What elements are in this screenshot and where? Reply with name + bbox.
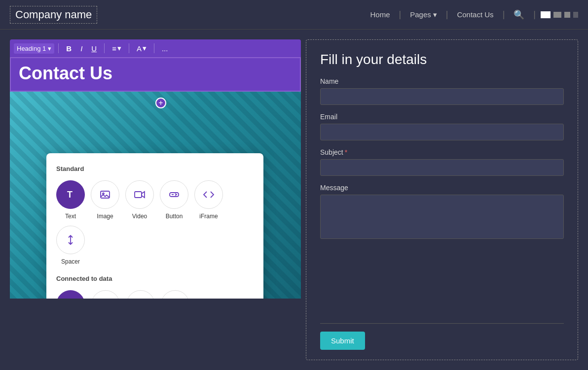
subject-field: Subject* — [320, 148, 564, 176]
pick-multistep-item[interactable]: Multistep form — [91, 290, 120, 299]
color-label: A — [137, 44, 142, 53]
color-arrow: ▾ — [143, 44, 147, 53]
pick-iframe-label: iFrame — [199, 213, 218, 220]
toolbar-sep-2 — [104, 43, 105, 53]
name-label: Name — [320, 77, 564, 85]
block-picker-popup: Standard T Text — [46, 153, 263, 299]
image-area: Standard T Text — [10, 92, 301, 299]
heading-text: Contact Us — [19, 63, 112, 83]
submit-button[interactable]: Submit — [320, 332, 365, 350]
pick-powerbi-icon — [161, 290, 189, 299]
nav-contact[interactable]: Contact Us — [448, 10, 502, 19]
editor-panel: Heading 1 ▾ B I U ≡ ▾ A ▾ ... Contact Us — [10, 39, 301, 360]
name-input[interactable] — [320, 88, 564, 105]
view-mobile-icon[interactable] — [564, 12, 570, 18]
pick-multistep-icon — [91, 290, 120, 299]
view-toggle — [536, 11, 578, 18]
align-arrow: ▾ — [117, 44, 121, 53]
pick-text-icon: T — [56, 180, 85, 209]
main-area: Heading 1 ▾ B I U ≡ ▾ A ▾ ... Contact Us — [0, 30, 588, 370]
top-nav: Company name Home | Pages ▾ | Contact Us… — [0, 0, 588, 30]
pick-video-item[interactable]: Video — [125, 180, 154, 220]
toolbar-sep-3 — [129, 43, 129, 53]
pick-spacer-icon — [56, 226, 85, 254]
more-button[interactable]: ... — [158, 43, 172, 54]
pick-spacer-item[interactable]: Spacer — [56, 226, 85, 265]
svg-rect-3 — [135, 192, 142, 198]
toolbar-sep-4 — [154, 43, 154, 53]
form-footer: Submit — [320, 323, 564, 350]
color-button[interactable]: A ▾ — [133, 42, 150, 54]
heading-select-label: Heading 1 — [17, 45, 46, 52]
company-name[interactable]: Company name — [10, 6, 97, 24]
search-icon[interactable]: 🔍 — [505, 9, 533, 20]
standard-section-title: Standard — [56, 165, 254, 172]
italic-button[interactable]: I — [77, 43, 86, 54]
nav-pages-label: Pages — [410, 10, 431, 19]
required-indicator: * — [345, 148, 347, 156]
view-tablet-icon[interactable] — [553, 12, 561, 18]
pick-video-label: Video — [132, 213, 147, 220]
add-block-button[interactable]: + — [155, 98, 166, 108]
form-title: Fill in your details — [320, 52, 564, 67]
svg-point-2 — [103, 193, 104, 195]
pick-image-label: Image — [97, 213, 113, 220]
toolbar-sep-1 — [58, 43, 59, 53]
subject-label: Subject* — [320, 148, 564, 156]
svg-text:T: T — [67, 190, 73, 200]
underline-button[interactable]: U — [88, 43, 100, 54]
pick-iframe-icon — [194, 180, 223, 209]
pick-text-item[interactable]: T Text — [56, 180, 85, 220]
message-label: Message — [320, 184, 564, 192]
pick-iframe-item[interactable]: iFrame — [194, 180, 223, 220]
heading-select[interactable]: Heading 1 ▾ — [14, 43, 54, 54]
email-field: Email — [320, 113, 564, 140]
connected-items: Form Multistep form — [56, 290, 254, 299]
pick-powerbi-item[interactable]: Power BI — [161, 290, 189, 299]
editor-toolbar: Heading 1 ▾ B I U ≡ ▾ A ▾ ... — [10, 39, 301, 57]
email-label: Email — [320, 113, 564, 121]
pick-spacer-label: Spacer — [61, 258, 80, 265]
name-field: Name — [320, 77, 564, 105]
connected-section: Connected to data — [56, 275, 254, 299]
pick-button-item[interactable]: Button — [160, 180, 188, 220]
pick-video-icon — [125, 180, 154, 209]
align-icon: ≡ — [112, 44, 116, 53]
nav-pages[interactable]: Pages ▾ — [401, 10, 446, 19]
align-button[interactable]: ≡ ▾ — [109, 42, 125, 54]
pick-form-icon — [56, 290, 85, 299]
pick-text-label: Text — [65, 213, 76, 220]
message-field: Message — [320, 184, 564, 241]
message-input[interactable] — [320, 195, 564, 239]
standard-items: T Text — [56, 180, 254, 265]
heading-area[interactable]: Contact Us — [10, 57, 301, 92]
view-desktop-icon[interactable] — [541, 11, 551, 18]
nav-pages-arrow: ▾ — [433, 10, 437, 19]
bold-button[interactable]: B — [63, 43, 75, 54]
email-input[interactable] — [320, 124, 564, 140]
nav-home[interactable]: Home — [361, 10, 399, 19]
nav-links: Home | Pages ▾ | Contact Us | 🔍 | — [361, 9, 578, 20]
subject-input[interactable] — [320, 159, 564, 176]
pick-list-item[interactable]: List — [126, 290, 155, 299]
form-panel: Fill in your details Name Email Subject*… — [306, 39, 578, 360]
view-other-icon[interactable] — [573, 12, 578, 18]
pick-list-icon — [126, 290, 155, 299]
pick-button-label: Button — [166, 213, 183, 220]
pick-image-item[interactable]: Image — [91, 180, 119, 220]
pick-form-item[interactable]: Form — [56, 290, 85, 299]
pick-image-icon — [91, 180, 119, 209]
connected-section-title: Connected to data — [56, 275, 254, 282]
heading-select-arrow: ▾ — [48, 45, 51, 52]
pick-button-icon — [160, 180, 188, 209]
